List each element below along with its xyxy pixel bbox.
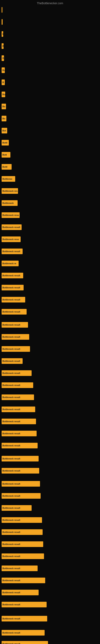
bar-item: B	[1, 80, 5, 85]
bar-label: E	[2, 33, 3, 35]
bar-label: Bottleneck result	[2, 444, 20, 447]
bar-item: Bottl	[1, 140, 9, 146]
bar-label: Bottleneck result	[2, 555, 20, 558]
bar-item: Bottleneck result	[1, 285, 24, 290]
bar-label: Bottleneck resu	[2, 238, 19, 240]
bar-label: Bo	[2, 93, 5, 96]
bar-item: Bottleneck result	[1, 297, 25, 302]
bar-label: Bottleneck result	[2, 458, 20, 460]
bar-item: Bottleneck result	[1, 224, 22, 230]
bar-label: Bottleneck result	[2, 632, 20, 634]
bar-item: Bottleneck result	[1, 322, 28, 328]
bar-label: Bottleneck result	[2, 567, 20, 570]
bar-item: Bottleneck result	[1, 566, 38, 571]
bar-item: Bottleneck result	[1, 630, 45, 636]
bar-label: Bottleneck result	[2, 603, 20, 606]
bar-item: Bottleneck result	[1, 554, 44, 559]
bar-label: Bottleneck result	[2, 579, 20, 582]
bar-item: Bo	[1, 68, 5, 73]
bar-item: Bottleneck result	[1, 616, 47, 622]
bar-item: Bottleneck result	[1, 370, 32, 376]
bar-item: Bottleneck res	[1, 188, 18, 194]
bar-label: B	[2, 81, 4, 84]
bar-item: Bottleneck result	[1, 248, 23, 254]
bar-item: Bottleneck result	[1, 456, 39, 462]
bar-item: B	[1, 55, 4, 61]
bar-item: Bottleneck result	[1, 418, 36, 424]
bar-item: Bottleneck result	[1, 431, 37, 436]
bar-label: Bottleneck result	[2, 531, 20, 533]
bar-item: Bottleneck result	[1, 541, 43, 547]
bar-item: Bottleneck result	[1, 309, 27, 314]
bar-label: Bot	[2, 130, 6, 132]
bar-label: Bottleneck result	[2, 642, 20, 644]
bar-label: Bottleneck result	[2, 408, 20, 410]
bar-item: Bottleneck result	[1, 578, 45, 583]
bar-item: Bottleneck result	[1, 273, 23, 278]
bar-label: Bottlenec	[2, 178, 12, 180]
bar-label: Bottleneck re	[2, 262, 16, 265]
bar-item: Bot	[1, 128, 7, 134]
bar-item: Bottleneck result	[1, 443, 38, 448]
bar-label: Bottleneck result	[2, 310, 20, 313]
bar-item: Bottleneck	[1, 200, 18, 206]
bar-item: Bottleneck result	[1, 406, 35, 412]
bar-item: Bottl	[1, 164, 12, 170]
bar-item: Bottleneck result	[1, 346, 30, 352]
bar-item: Bottleneck result	[1, 382, 33, 388]
bar-label: Bo	[2, 69, 5, 72]
bar-item: Bottlenec	[1, 176, 15, 182]
bar-item: Bottleneck result	[1, 468, 39, 474]
bar-label: Bottleneck res	[2, 190, 18, 192]
bar-item: Bo	[1, 104, 6, 109]
bar-label: Bo	[2, 117, 5, 120]
bar-item: Bottleneck result	[1, 505, 32, 511]
bar-label: Bottleneck result	[2, 591, 20, 594]
bar-label: B	[2, 57, 4, 59]
bar-item	[1, 7, 2, 13]
bar-item: Bottleneck result	[1, 394, 34, 400]
bar-item	[1, 19, 2, 25]
bar-label: Bottleneck result	[2, 420, 20, 422]
bar-label: Bottleneck result	[2, 348, 20, 350]
bar-item: Bottleneck result	[1, 334, 29, 340]
bar-label: Bottleneck result	[2, 432, 20, 435]
bar-item: Bottleneck result	[1, 602, 47, 607]
bar-item: Bottleneck resu	[1, 236, 21, 242]
bar-item: Bottleneck result	[1, 481, 40, 486]
bar-label: Bottleneck result	[2, 618, 20, 620]
bar-label: Bottleneck result	[2, 372, 20, 374]
bar-item: Bottleneck result	[1, 641, 48, 644]
bar-label: Bottleneck resu	[2, 214, 19, 216]
bar-label: Bottleneck result	[2, 495, 20, 497]
bar-item: Bott	[1, 152, 10, 158]
bar-label: B	[2, 45, 3, 47]
bar-label: Bottleneck result	[2, 482, 20, 485]
bar-label: Bottleneck	[2, 202, 14, 204]
bar-label: Bottleneck result	[2, 274, 20, 277]
bar-label: Bottleneck result	[2, 360, 20, 362]
bar-item: Bottleneck result	[1, 358, 23, 364]
bar-label: Bottleneck result	[2, 519, 20, 521]
bar-item: Bottleneck re	[1, 260, 19, 266]
site-title: TheBottlenecker.com	[37, 2, 63, 5]
bar-item: Bottleneck result	[1, 493, 41, 499]
bar-label: Bottleneck result	[2, 226, 20, 228]
bar-item: E	[1, 31, 3, 37]
bar-label: Bottl	[2, 142, 7, 144]
bar-label: Bottleneck result	[2, 336, 20, 338]
bar-label: Bottl	[2, 166, 7, 168]
bar-label: Bottleneck result	[2, 324, 20, 326]
bar-item: Bottleneck result	[1, 590, 39, 595]
bar-label: Bottleneck result	[2, 470, 20, 472]
bar-label: Bott	[2, 154, 7, 156]
bar-item: Bo	[1, 92, 5, 97]
bar-item: Bottleneck result	[1, 529, 43, 535]
bar-label: Bottleneck result	[2, 543, 20, 546]
bar-item: Bo	[1, 116, 6, 121]
bar-item: Bottleneck resu	[1, 212, 20, 218]
bar-label: Bottleneck result	[2, 396, 20, 398]
bar-label: Bottleneck result	[2, 250, 20, 252]
bar-item: B	[1, 43, 3, 49]
bar-label: Bo	[2, 105, 5, 108]
